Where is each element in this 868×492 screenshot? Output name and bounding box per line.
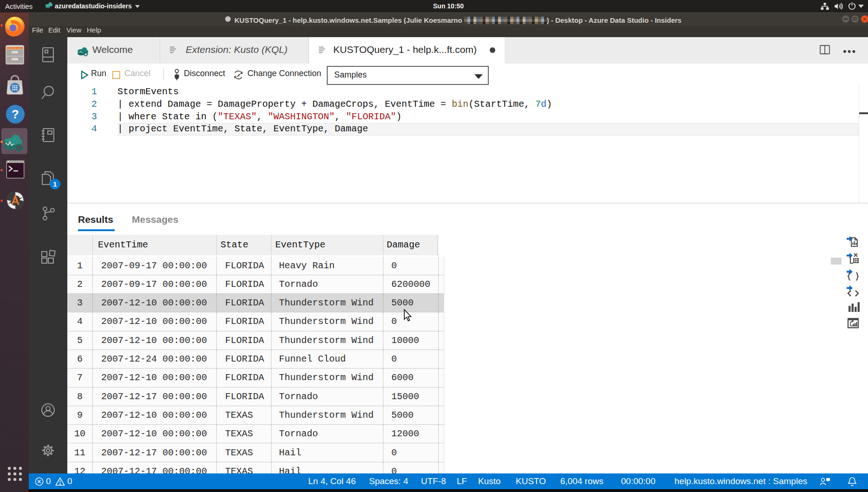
svg-text:?: ? (12, 107, 19, 121)
